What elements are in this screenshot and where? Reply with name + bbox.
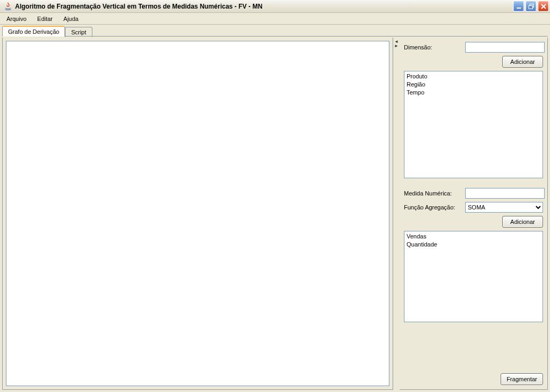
minimize-button[interactable] [513, 1, 524, 12]
aggregation-label: Função Agregação: [404, 204, 462, 210]
content-area: ◄ ► Dimensão: Adicionar Produto Região T… [0, 37, 550, 392]
titlebar: Algoritmo de Fragmentação Vertical em Te… [0, 0, 550, 13]
list-item[interactable]: Produto [407, 72, 540, 81]
menubar: Arquivo Editar Ajuda [0, 13, 550, 25]
list-item[interactable]: Tempo [407, 89, 540, 97]
close-button[interactable] [538, 1, 549, 12]
tab-label: Script [71, 29, 86, 35]
splitter-handle[interactable]: ◄ ► [393, 38, 400, 390]
splitter-arrow-right-icon: ► [394, 44, 399, 48]
list-item[interactable]: Quantidade [407, 241, 540, 249]
window-title: Algoritmo de Fragmentação Vertical em Te… [15, 3, 513, 10]
tab-grafo-derivacao[interactable]: Grafo de Derivação [2, 26, 65, 37]
side-panel: Dimensão: Adicionar Produto Região Tempo… [400, 38, 548, 390]
dimension-listbox[interactable]: Produto Região Tempo [404, 71, 543, 178]
aggregation-row: Função Agregação: SOMA [404, 202, 543, 213]
main-pane [2, 38, 393, 390]
measure-row: Medida Numérica: [404, 188, 543, 199]
list-item[interactable]: Vendas [407, 233, 540, 241]
add-dimension-button[interactable]: Adicionar [502, 56, 543, 68]
dimension-label: Dimensão: [404, 44, 462, 50]
dimension-row: Dimensão: [404, 42, 543, 53]
tab-label: Grafo de Derivação [8, 28, 59, 35]
add-measure-button[interactable]: Adicionar [502, 216, 543, 228]
menu-arquivo[interactable]: Arquivo [2, 14, 31, 23]
dimension-input[interactable] [465, 42, 545, 53]
measure-input[interactable] [465, 188, 545, 199]
java-app-icon [3, 2, 13, 11]
menu-ajuda[interactable]: Ajuda [59, 14, 83, 23]
list-item[interactable]: Região [407, 81, 540, 89]
aggregation-select[interactable]: SOMA [465, 202, 543, 213]
fragment-button[interactable]: Fragmentar [501, 373, 543, 385]
svg-rect-2 [529, 5, 532, 9]
measure-label: Medida Numérica: [404, 190, 462, 197]
svg-rect-0 [517, 8, 521, 9]
restore-button[interactable] [525, 1, 537, 12]
derivation-graph-canvas[interactable] [6, 41, 389, 386]
measure-listbox[interactable]: Vendas Quantidade [404, 231, 543, 322]
tabstrip: Grafo de Derivação Script [0, 25, 550, 37]
menu-editar[interactable]: Editar [33, 14, 57, 23]
window-controls [513, 1, 549, 12]
